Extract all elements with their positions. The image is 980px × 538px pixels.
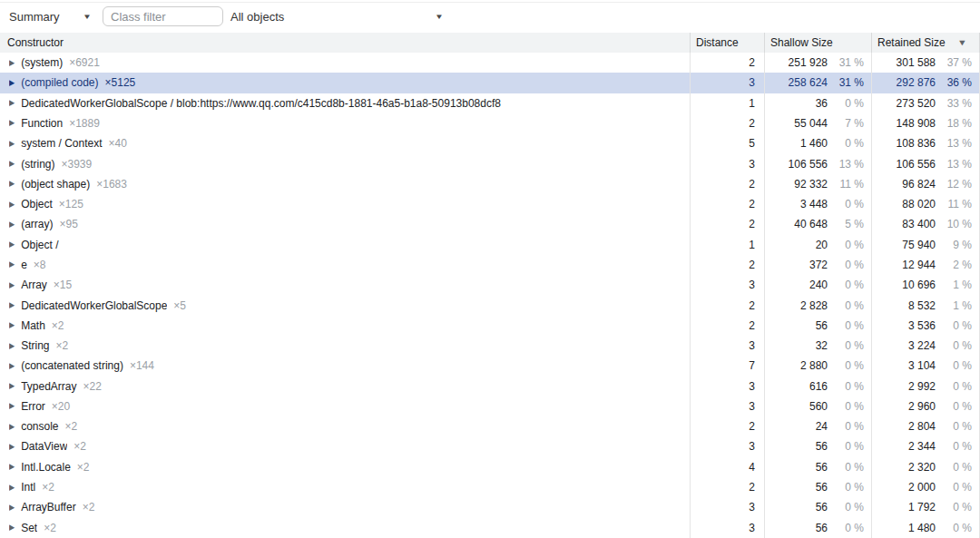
retained-size-percent: 0 % [936,420,972,433]
chevron-down-icon: ▼ [83,13,92,21]
expand-arrow-icon[interactable]: ▶ [9,99,15,108]
expand-arrow-icon[interactable]: ▶ [9,139,15,148]
constructor-cell: ▶ Intl.Locale ×2 [0,457,690,477]
table-row[interactable]: ▶ system / Context ×40 5 1 460 0 % 108 8… [0,133,980,153]
table-row[interactable]: ▶ (array) ×95 2 40 648 5 % 83 400 10 % [0,214,980,234]
retained-size-value: 3 536 [872,319,936,332]
retained-size-value: 2 992 [872,380,936,393]
table-row[interactable]: ▶ Math ×2 2 56 0 % 3 536 0 % [0,316,980,336]
retained-size-cell: 273 520 33 % [871,93,980,113]
retained-size-cell: 83 400 10 % [871,214,980,234]
retained-size-percent: 18 % [936,117,972,130]
shallow-size-value: 106 556 [765,158,828,171]
table-row[interactable]: ▶ console ×2 2 24 0 % 2 804 0 % [0,416,980,436]
distance-value: 3 [690,73,764,93]
expand-arrow-icon[interactable]: ▶ [9,260,15,269]
table-row[interactable]: ▶ DedicatedWorkerGlobalScope / blob:http… [0,93,980,113]
table-row[interactable]: ▶ Intl.Locale ×2 4 56 0 % 2 320 0 % [0,457,980,477]
expand-arrow-icon[interactable]: ▶ [9,443,15,452]
column-header-constructor[interactable]: Constructor [0,33,690,53]
table-row[interactable]: ▶ Object / 1 20 0 % 75 940 9 % [0,235,980,255]
constructor-cell: ▶ (system) ×6921 [0,53,690,73]
retained-size-value: 301 588 [872,56,936,69]
retained-size-percent: 13 % [936,158,972,171]
constructor-cell: ▶ Math ×2 [0,316,690,336]
retained-size-cell: 12 944 2 % [871,255,980,275]
constructor-name: system / Context [21,137,102,150]
table-row[interactable]: ▶ ArrayBuffer ×2 3 56 0 % 1 792 0 % [0,497,980,517]
expand-arrow-icon[interactable]: ▶ [9,119,15,128]
table-row[interactable]: ▶ (compiled code) ×5125 3 258 624 31 % 2… [0,73,980,93]
column-header-shallow-size[interactable]: Shallow Size [764,33,871,53]
shallow-size-percent: 0 % [828,137,864,150]
table-row[interactable]: ▶ (concatenated string) ×144 7 2 880 0 %… [0,356,980,376]
class-filter-input[interactable] [103,6,223,26]
instance-count: ×3939 [62,158,93,171]
expand-arrow-icon[interactable]: ▶ [9,220,15,229]
retained-size-value: 292 876 [872,76,936,89]
table-row[interactable]: ▶ String ×2 3 32 0 % 3 224 0 % [0,336,980,356]
instance-count: ×2 [56,339,69,352]
table-row[interactable]: ▶ DedicatedWorkerGlobalScope ×5 2 2 828 … [0,295,980,315]
constructor-cell: ▶ DataView ×2 [0,436,690,456]
expand-arrow-icon[interactable]: ▶ [9,523,15,533]
expand-arrow-icon[interactable]: ▶ [9,301,15,310]
expand-arrow-icon[interactable]: ▶ [9,483,15,492]
table-row[interactable]: ▶ Array ×15 3 240 0 % 10 696 1 % [0,275,980,295]
expand-arrow-icon[interactable]: ▶ [9,382,15,391]
expand-arrow-icon[interactable]: ▶ [9,180,15,189]
column-header-retained-size[interactable]: Retained Size ▼ [871,33,980,53]
retained-size-percent: 33 % [936,97,972,110]
shallow-size-percent: 0 % [828,481,864,494]
expand-arrow-icon[interactable]: ▶ [9,503,15,512]
table-row[interactable]: ▶ Set ×2 3 56 0 % 1 480 0 % [0,517,980,537]
constructor-name: String [21,339,49,352]
column-header-distance[interactable]: Distance [690,33,764,53]
table-row[interactable]: ▶ (system) ×6921 2 251 928 31 % 301 588 … [0,53,980,73]
table-row[interactable]: ▶ Function ×1889 2 55 044 7 % 148 908 18… [0,113,980,133]
expand-arrow-icon[interactable]: ▶ [9,341,15,350]
expand-arrow-icon[interactable]: ▶ [9,58,15,67]
table-row[interactable]: ▶ Intl ×2 2 56 0 % 2 000 0 % [0,477,980,497]
constructor-name: Array [21,279,47,291]
expand-arrow-icon[interactable]: ▶ [9,321,15,330]
constructor-cell: ▶ Error ×20 [0,396,690,416]
shallow-size-value: 20 [765,239,828,251]
shallow-size-cell: 56 0 % [764,477,871,497]
expand-arrow-icon[interactable]: ▶ [9,240,15,249]
retained-size-percent: 0 % [936,380,972,393]
expand-arrow-icon[interactable]: ▶ [9,361,15,370]
perspective-select[interactable]: Summary ▼ [9,5,91,27]
constructor-name: DedicatedWorkerGlobalScope / blob:https:… [21,97,501,110]
retained-size-cell: 106 556 13 % [871,153,980,173]
shallow-size-value: 56 [765,501,828,514]
objects-filter-select[interactable]: All objects ▼ [230,5,443,27]
constructor-cell: ▶ (string) ×3939 [0,153,690,173]
constructor-cell: ▶ (compiled code) ×5125 [0,73,690,93]
table-row[interactable]: ▶ Object ×125 2 3 448 0 % 88 020 11 % [0,194,980,214]
table-row[interactable]: ▶ Error ×20 3 560 0 % 2 960 0 % [0,396,980,416]
retained-size-cell: 2 804 0 % [871,416,980,436]
constructor-cell: ▶ system / Context ×40 [0,133,690,153]
instance-count: ×8 [34,259,46,271]
table-row[interactable]: ▶ (object shape) ×1683 2 92 332 11 % 96 … [0,174,980,194]
distance-value: 2 [690,53,764,73]
expand-arrow-icon[interactable]: ▶ [9,78,15,87]
expand-arrow-icon[interactable]: ▶ [9,402,15,411]
table-row[interactable]: ▶ (string) ×3939 3 106 556 13 % 106 556 … [0,153,980,173]
table-row[interactable]: ▶ DataView ×2 3 56 0 % 2 344 0 % [0,436,980,456]
expand-arrow-icon[interactable]: ▶ [9,160,15,169]
expand-arrow-icon[interactable]: ▶ [9,422,15,431]
constructor-cell: ▶ TypedArray ×22 [0,377,690,396]
expand-arrow-icon[interactable]: ▶ [9,200,15,209]
constructor-cell: ▶ Object / [0,235,690,255]
table-row[interactable]: ▶ e ×8 2 372 0 % 12 944 2 % [0,255,980,275]
shallow-size-percent: 7 % [828,117,864,130]
expand-arrow-icon[interactable]: ▶ [9,280,15,289]
expand-arrow-icon[interactable]: ▶ [9,463,15,472]
sort-descending-icon: ▼ [957,38,967,47]
shallow-size-percent: 31 % [828,56,864,69]
shallow-size-percent: 0 % [828,339,864,352]
distance-value: 7 [690,356,764,376]
table-row[interactable]: ▶ TypedArray ×22 3 616 0 % 2 992 0 % [0,377,980,396]
